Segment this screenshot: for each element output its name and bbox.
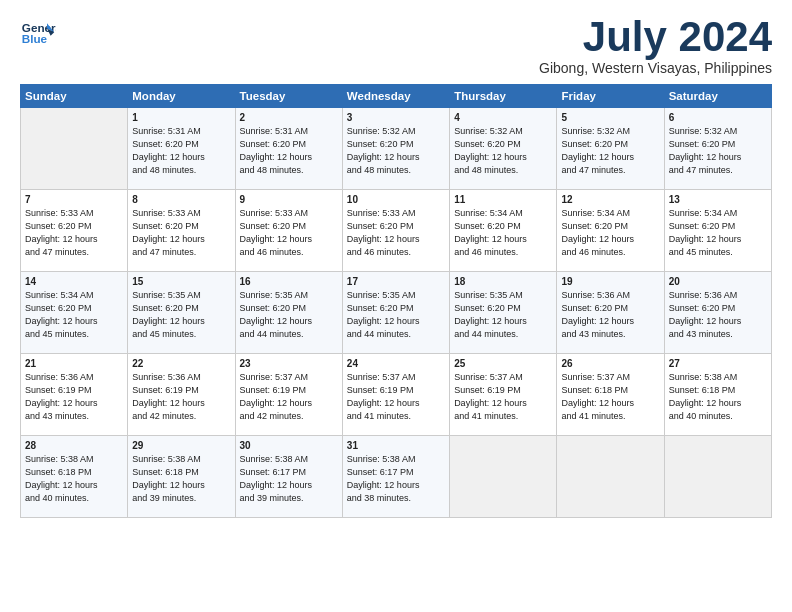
day-info: Sunrise: 5:37 AM Sunset: 6:18 PM Dayligh… — [561, 371, 659, 423]
day-number: 12 — [561, 194, 659, 205]
day-number: 9 — [240, 194, 338, 205]
header-cell-friday: Friday — [557, 85, 664, 108]
day-number: 4 — [454, 112, 552, 123]
day-info: Sunrise: 5:34 AM Sunset: 6:20 PM Dayligh… — [669, 207, 767, 259]
day-cell: 20Sunrise: 5:36 AM Sunset: 6:20 PM Dayli… — [664, 272, 771, 354]
day-cell: 10Sunrise: 5:33 AM Sunset: 6:20 PM Dayli… — [342, 190, 449, 272]
week-row-4: 21Sunrise: 5:36 AM Sunset: 6:19 PM Dayli… — [21, 354, 772, 436]
day-cell: 2Sunrise: 5:31 AM Sunset: 6:20 PM Daylig… — [235, 108, 342, 190]
header-cell-saturday: Saturday — [664, 85, 771, 108]
day-info: Sunrise: 5:31 AM Sunset: 6:20 PM Dayligh… — [132, 125, 230, 177]
day-cell: 16Sunrise: 5:35 AM Sunset: 6:20 PM Dayli… — [235, 272, 342, 354]
day-info: Sunrise: 5:35 AM Sunset: 6:20 PM Dayligh… — [454, 289, 552, 341]
week-row-2: 7Sunrise: 5:33 AM Sunset: 6:20 PM Daylig… — [21, 190, 772, 272]
day-info: Sunrise: 5:35 AM Sunset: 6:20 PM Dayligh… — [132, 289, 230, 341]
day-number: 25 — [454, 358, 552, 369]
day-number: 23 — [240, 358, 338, 369]
header-cell-thursday: Thursday — [450, 85, 557, 108]
day-cell: 14Sunrise: 5:34 AM Sunset: 6:20 PM Dayli… — [21, 272, 128, 354]
day-number: 31 — [347, 440, 445, 451]
day-number: 27 — [669, 358, 767, 369]
day-number: 26 — [561, 358, 659, 369]
day-cell: 4Sunrise: 5:32 AM Sunset: 6:20 PM Daylig… — [450, 108, 557, 190]
day-info: Sunrise: 5:38 AM Sunset: 6:18 PM Dayligh… — [25, 453, 123, 505]
day-number: 16 — [240, 276, 338, 287]
header-row: SundayMondayTuesdayWednesdayThursdayFrid… — [21, 85, 772, 108]
day-number: 30 — [240, 440, 338, 451]
day-info: Sunrise: 5:31 AM Sunset: 6:20 PM Dayligh… — [240, 125, 338, 177]
week-row-5: 28Sunrise: 5:38 AM Sunset: 6:18 PM Dayli… — [21, 436, 772, 518]
day-number: 20 — [669, 276, 767, 287]
calendar-table: SundayMondayTuesdayWednesdayThursdayFrid… — [20, 84, 772, 518]
day-info: Sunrise: 5:36 AM Sunset: 6:20 PM Dayligh… — [669, 289, 767, 341]
day-cell: 21Sunrise: 5:36 AM Sunset: 6:19 PM Dayli… — [21, 354, 128, 436]
day-info: Sunrise: 5:33 AM Sunset: 6:20 PM Dayligh… — [240, 207, 338, 259]
logo: General Blue — [20, 16, 56, 52]
day-number: 7 — [25, 194, 123, 205]
day-cell — [557, 436, 664, 518]
logo-icon: General Blue — [20, 16, 56, 52]
day-info: Sunrise: 5:38 AM Sunset: 6:17 PM Dayligh… — [347, 453, 445, 505]
day-info: Sunrise: 5:35 AM Sunset: 6:20 PM Dayligh… — [240, 289, 338, 341]
day-cell: 31Sunrise: 5:38 AM Sunset: 6:17 PM Dayli… — [342, 436, 449, 518]
day-info: Sunrise: 5:36 AM Sunset: 6:20 PM Dayligh… — [561, 289, 659, 341]
day-cell: 3Sunrise: 5:32 AM Sunset: 6:20 PM Daylig… — [342, 108, 449, 190]
day-cell — [664, 436, 771, 518]
week-row-3: 14Sunrise: 5:34 AM Sunset: 6:20 PM Dayli… — [21, 272, 772, 354]
day-cell: 18Sunrise: 5:35 AM Sunset: 6:20 PM Dayli… — [450, 272, 557, 354]
day-cell: 15Sunrise: 5:35 AM Sunset: 6:20 PM Dayli… — [128, 272, 235, 354]
day-number: 15 — [132, 276, 230, 287]
day-number: 8 — [132, 194, 230, 205]
day-number: 13 — [669, 194, 767, 205]
day-number: 21 — [25, 358, 123, 369]
day-number: 28 — [25, 440, 123, 451]
day-number: 3 — [347, 112, 445, 123]
day-info: Sunrise: 5:32 AM Sunset: 6:20 PM Dayligh… — [454, 125, 552, 177]
day-cell: 1Sunrise: 5:31 AM Sunset: 6:20 PM Daylig… — [128, 108, 235, 190]
svg-text:Blue: Blue — [22, 32, 48, 45]
day-info: Sunrise: 5:32 AM Sunset: 6:20 PM Dayligh… — [561, 125, 659, 177]
day-number: 29 — [132, 440, 230, 451]
day-cell: 26Sunrise: 5:37 AM Sunset: 6:18 PM Dayli… — [557, 354, 664, 436]
day-cell: 11Sunrise: 5:34 AM Sunset: 6:20 PM Dayli… — [450, 190, 557, 272]
day-cell — [450, 436, 557, 518]
day-cell: 13Sunrise: 5:34 AM Sunset: 6:20 PM Dayli… — [664, 190, 771, 272]
day-cell: 6Sunrise: 5:32 AM Sunset: 6:20 PM Daylig… — [664, 108, 771, 190]
day-cell: 30Sunrise: 5:38 AM Sunset: 6:17 PM Dayli… — [235, 436, 342, 518]
day-number: 10 — [347, 194, 445, 205]
day-number: 11 — [454, 194, 552, 205]
day-info: Sunrise: 5:34 AM Sunset: 6:20 PM Dayligh… — [25, 289, 123, 341]
day-info: Sunrise: 5:38 AM Sunset: 6:18 PM Dayligh… — [132, 453, 230, 505]
day-cell: 28Sunrise: 5:38 AM Sunset: 6:18 PM Dayli… — [21, 436, 128, 518]
header: General Blue July 2024 Gibong, Western V… — [20, 16, 772, 76]
day-number: 17 — [347, 276, 445, 287]
page: General Blue July 2024 Gibong, Western V… — [0, 0, 792, 528]
day-cell: 8Sunrise: 5:33 AM Sunset: 6:20 PM Daylig… — [128, 190, 235, 272]
day-cell: 22Sunrise: 5:36 AM Sunset: 6:19 PM Dayli… — [128, 354, 235, 436]
header-cell-sunday: Sunday — [21, 85, 128, 108]
day-info: Sunrise: 5:36 AM Sunset: 6:19 PM Dayligh… — [25, 371, 123, 423]
day-cell: 9Sunrise: 5:33 AM Sunset: 6:20 PM Daylig… — [235, 190, 342, 272]
title-block: July 2024 Gibong, Western Visayas, Phili… — [539, 16, 772, 76]
day-info: Sunrise: 5:33 AM Sunset: 6:20 PM Dayligh… — [347, 207, 445, 259]
day-info: Sunrise: 5:35 AM Sunset: 6:20 PM Dayligh… — [347, 289, 445, 341]
day-cell: 12Sunrise: 5:34 AM Sunset: 6:20 PM Dayli… — [557, 190, 664, 272]
day-number: 24 — [347, 358, 445, 369]
day-info: Sunrise: 5:37 AM Sunset: 6:19 PM Dayligh… — [454, 371, 552, 423]
day-number: 6 — [669, 112, 767, 123]
day-cell: 5Sunrise: 5:32 AM Sunset: 6:20 PM Daylig… — [557, 108, 664, 190]
day-info: Sunrise: 5:33 AM Sunset: 6:20 PM Dayligh… — [25, 207, 123, 259]
day-number: 14 — [25, 276, 123, 287]
day-info: Sunrise: 5:34 AM Sunset: 6:20 PM Dayligh… — [454, 207, 552, 259]
day-cell: 29Sunrise: 5:38 AM Sunset: 6:18 PM Dayli… — [128, 436, 235, 518]
day-number: 22 — [132, 358, 230, 369]
day-cell: 17Sunrise: 5:35 AM Sunset: 6:20 PM Dayli… — [342, 272, 449, 354]
header-cell-monday: Monday — [128, 85, 235, 108]
location-subtitle: Gibong, Western Visayas, Philippines — [539, 60, 772, 76]
day-cell: 24Sunrise: 5:37 AM Sunset: 6:19 PM Dayli… — [342, 354, 449, 436]
day-number: 19 — [561, 276, 659, 287]
day-info: Sunrise: 5:37 AM Sunset: 6:19 PM Dayligh… — [240, 371, 338, 423]
day-info: Sunrise: 5:32 AM Sunset: 6:20 PM Dayligh… — [347, 125, 445, 177]
day-cell: 25Sunrise: 5:37 AM Sunset: 6:19 PM Dayli… — [450, 354, 557, 436]
day-cell: 7Sunrise: 5:33 AM Sunset: 6:20 PM Daylig… — [21, 190, 128, 272]
